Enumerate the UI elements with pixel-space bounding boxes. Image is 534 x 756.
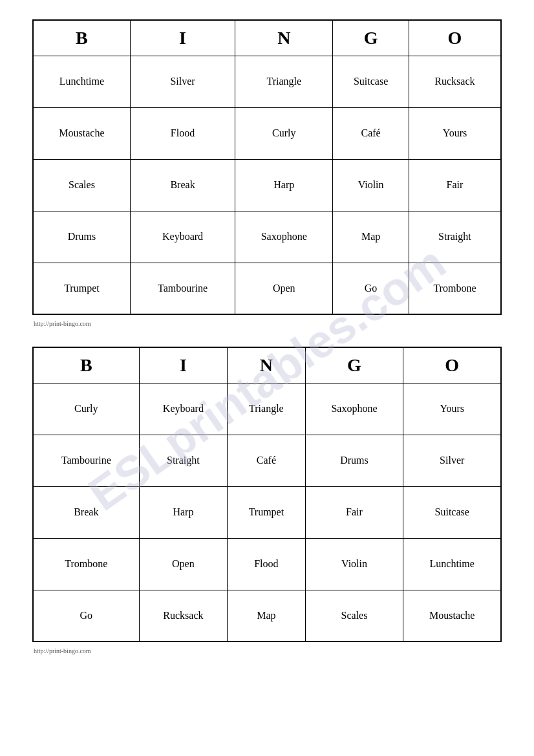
cell-2-2-2: Trumpet bbox=[228, 486, 305, 538]
header-g-1: G bbox=[333, 20, 409, 56]
bingo-card-2: B I N G O Curly Keyboard Triangle Saxoph… bbox=[32, 347, 502, 654]
cell-2-3-2: Flood bbox=[228, 538, 305, 590]
header-i-1: I bbox=[130, 20, 235, 56]
cell-1-3-0: Drums bbox=[33, 211, 130, 263]
cell-1-0-4: Rucksack bbox=[409, 56, 501, 107]
cell-1-2-1: Break bbox=[130, 159, 235, 211]
header-o-2: O bbox=[403, 347, 501, 383]
header-b-2: B bbox=[33, 347, 139, 383]
header-n-2: N bbox=[228, 347, 305, 383]
cell-1-0-0: Lunchtime bbox=[33, 56, 130, 107]
table-row: Lunchtime Silver Triangle Suitcase Rucks… bbox=[33, 56, 501, 107]
cell-1-1-3: Café bbox=[333, 107, 409, 159]
cell-1-3-1: Keyboard bbox=[130, 211, 235, 263]
cell-1-4-1: Tambourine bbox=[130, 263, 235, 314]
header-b-1: B bbox=[33, 20, 130, 56]
source-url-2: http://print-bingo.com bbox=[32, 647, 502, 654]
cell-1-1-4: Yours bbox=[409, 107, 501, 159]
bingo-table-1: B I N G O Lunchtime Silver Triangle Suit… bbox=[32, 19, 502, 315]
cell-2-3-1: Open bbox=[139, 538, 228, 590]
cell-2-2-3: Fair bbox=[305, 486, 403, 538]
source-url-1: http://print-bingo.com bbox=[32, 320, 502, 327]
cell-1-0-1: Silver bbox=[130, 56, 235, 107]
header-n-1: N bbox=[235, 20, 333, 56]
cell-2-0-4: Yours bbox=[403, 383, 501, 435]
table-row: Go Rucksack Map Scales Moustache bbox=[33, 590, 501, 642]
header-o-1: O bbox=[409, 20, 501, 56]
cell-2-0-0: Curly bbox=[33, 383, 139, 435]
cell-2-2-1: Harp bbox=[139, 486, 228, 538]
cell-2-3-4: Lunchtime bbox=[403, 538, 501, 590]
cell-1-1-0: Moustache bbox=[33, 107, 130, 159]
cell-2-0-2: Triangle bbox=[228, 383, 305, 435]
cell-2-0-1: Keyboard bbox=[139, 383, 228, 435]
table-row: Curly Keyboard Triangle Saxophone Yours bbox=[33, 383, 501, 435]
cell-1-2-4: Fair bbox=[409, 159, 501, 211]
cell-2-1-2: Café bbox=[228, 435, 305, 486]
table-row: Scales Break Harp Violin Fair bbox=[33, 159, 501, 211]
cell-2-1-1: Straight bbox=[139, 435, 228, 486]
cell-1-4-3: Go bbox=[333, 263, 409, 314]
table-row: Moustache Flood Curly Café Yours bbox=[33, 107, 501, 159]
cell-1-2-2: Harp bbox=[235, 159, 333, 211]
header-g-2: G bbox=[305, 347, 403, 383]
cell-2-3-0: Trombone bbox=[33, 538, 139, 590]
cell-2-2-4: Suitcase bbox=[403, 486, 501, 538]
table-row: Trumpet Tambourine Open Go Trombone bbox=[33, 263, 501, 314]
cell-1-4-0: Trumpet bbox=[33, 263, 130, 314]
table-row: Tambourine Straight Café Drums Silver bbox=[33, 435, 501, 486]
cell-2-2-0: Break bbox=[33, 486, 139, 538]
cell-2-3-3: Violin bbox=[305, 538, 403, 590]
cell-2-4-4: Moustache bbox=[403, 590, 501, 642]
header-row-2: B I N G O bbox=[33, 347, 501, 383]
bingo-table-2: B I N G O Curly Keyboard Triangle Saxoph… bbox=[32, 347, 502, 642]
table-row: Break Harp Trumpet Fair Suitcase bbox=[33, 486, 501, 538]
cell-1-0-3: Suitcase bbox=[333, 56, 409, 107]
cell-2-4-0: Go bbox=[33, 590, 139, 642]
table-row: Drums Keyboard Saxophone Map Straight bbox=[33, 211, 501, 263]
cell-1-4-2: Open bbox=[235, 263, 333, 314]
cell-1-0-2: Triangle bbox=[235, 56, 333, 107]
cell-1-3-2: Saxophone bbox=[235, 211, 333, 263]
table-row: Trombone Open Flood Violin Lunchtime bbox=[33, 538, 501, 590]
header-row-1: B I N G O bbox=[33, 20, 501, 56]
cell-2-0-3: Saxophone bbox=[305, 383, 403, 435]
cell-2-1-4: Silver bbox=[403, 435, 501, 486]
cell-2-1-0: Tambourine bbox=[33, 435, 139, 486]
cell-2-4-3: Scales bbox=[305, 590, 403, 642]
cell-1-3-3: Map bbox=[333, 211, 409, 263]
cell-2-4-2: Map bbox=[228, 590, 305, 642]
cell-1-1-1: Flood bbox=[130, 107, 235, 159]
cell-2-4-1: Rucksack bbox=[139, 590, 228, 642]
cell-1-1-2: Curly bbox=[235, 107, 333, 159]
bingo-card-1: B I N G O Lunchtime Silver Triangle Suit… bbox=[32, 19, 502, 327]
header-i-2: I bbox=[139, 347, 228, 383]
cell-1-2-3: Violin bbox=[333, 159, 409, 211]
cell-1-4-4: Trombone bbox=[409, 263, 501, 314]
cell-1-2-0: Scales bbox=[33, 159, 130, 211]
cell-1-3-4: Straight bbox=[409, 211, 501, 263]
cell-2-1-3: Drums bbox=[305, 435, 403, 486]
